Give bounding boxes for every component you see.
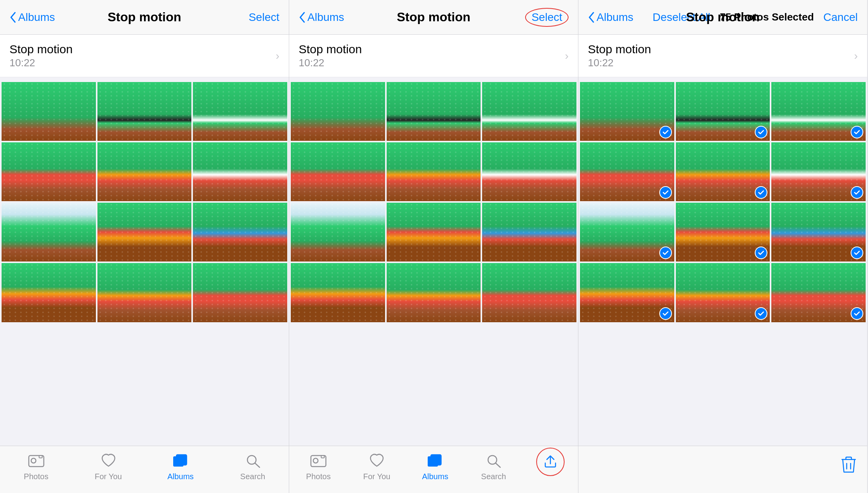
photo-cell[interactable] [580, 82, 674, 141]
album-row-panel3[interactable]: Stop motion 10:22 › [578, 35, 867, 77]
trash-button-panel3[interactable] [840, 452, 858, 475]
photo-cell[interactable] [771, 203, 866, 261]
photo-cell[interactable] [482, 263, 576, 322]
photo-grid-inner-panel1 [2, 82, 287, 322]
photo-cell[interactable] [2, 263, 96, 322]
photo-grid-panel3 [578, 80, 867, 446]
navbar-title-panel1: Stop motion [108, 10, 181, 24]
select-button-panel1[interactable]: Select [249, 11, 279, 24]
share-button-panel2[interactable] [536, 448, 565, 476]
album-info-panel3: Stop motion 10:22 [588, 43, 651, 69]
photo-cell[interactable] [2, 82, 96, 141]
album-chevron-panel1: › [276, 50, 279, 62]
photo-cell[interactable] [676, 203, 770, 261]
tab-search-panel2[interactable]: Search [478, 452, 509, 481]
photos-icon-panel2 [309, 452, 327, 470]
photo-cell[interactable] [771, 82, 866, 141]
navbar-panel1: Albums Stop motion Select [0, 0, 289, 35]
photo-cell[interactable] [193, 203, 287, 261]
search-icon-panel2 [485, 452, 503, 470]
album-count-panel2: 10:22 [299, 57, 362, 69]
photo-grid-inner-panel2 [291, 82, 576, 322]
tab-photos-panel1[interactable]: Photos [21, 452, 52, 481]
tab-label-search-panel1: Search [240, 472, 265, 481]
back-button-panel1[interactable]: Albums [9, 11, 55, 24]
svg-point-1 [31, 458, 36, 463]
photo-cell[interactable] [580, 203, 674, 261]
panel-2: Albums Stop motion Select Stop motion 10… [289, 0, 578, 493]
navbar-panel2: Albums Stop motion Select [289, 0, 578, 35]
album-name-panel3: Stop motion [588, 43, 651, 56]
photo-cell[interactable] [291, 263, 385, 322]
photo-cell[interactable] [97, 263, 192, 322]
check-badge [659, 307, 672, 320]
navbar-panel3: Albums Stop motion Deselect All 75 Photo… [578, 0, 867, 35]
back-button-panel3[interactable]: Albums [588, 11, 633, 24]
check-badge [659, 246, 672, 259]
svg-line-6 [255, 463, 260, 467]
share-icon-panel2 [543, 454, 558, 469]
photo-cell[interactable] [771, 263, 866, 322]
svg-rect-2 [39, 456, 42, 458]
photo-cell[interactable] [482, 82, 576, 141]
photo-cell[interactable] [387, 142, 481, 201]
photo-cell[interactable] [193, 142, 287, 201]
photo-cell[interactable] [580, 263, 674, 322]
tab-label-foryou-panel2: For You [363, 472, 391, 481]
photo-cell[interactable] [580, 142, 674, 201]
photo-cell[interactable] [387, 263, 481, 322]
album-row-panel2[interactable]: Stop motion 10:22 › [289, 35, 578, 77]
photo-cell[interactable] [482, 142, 576, 201]
photos-icon-panel1 [27, 452, 45, 470]
chevron-left-icon-panel2 [299, 12, 306, 23]
albums-icon-panel1 [172, 452, 190, 470]
tab-foryou-panel1[interactable]: For You [93, 452, 124, 481]
tab-albums-panel2[interactable]: Albums [419, 452, 451, 481]
album-row-panel1[interactable]: Stop motion 10:22 › [0, 35, 289, 77]
check-badge [851, 307, 863, 320]
photo-cell[interactable] [97, 82, 192, 141]
photo-cell[interactable] [2, 142, 96, 201]
photo-cell[interactable] [771, 142, 866, 201]
photo-cell[interactable] [291, 203, 385, 261]
svg-line-13 [496, 463, 500, 467]
cancel-button-panel3[interactable]: Cancel [823, 11, 858, 24]
tab-foryou-panel2[interactable]: For You [361, 452, 393, 481]
photo-cell[interactable] [387, 203, 481, 261]
photo-cell[interactable] [676, 142, 770, 201]
tab-photos-panel2[interactable]: Photos [303, 452, 334, 481]
photo-cell[interactable] [193, 82, 287, 141]
album-chevron-panel3: › [854, 50, 858, 62]
photo-cell[interactable] [482, 203, 576, 261]
photo-cell[interactable] [676, 82, 770, 141]
photo-cell[interactable] [97, 203, 192, 261]
album-name-panel2: Stop motion [299, 43, 362, 56]
album-count-panel1: 10:22 [9, 57, 73, 69]
tab-label-foryou-panel1: For You [95, 472, 122, 481]
photo-cell[interactable] [97, 142, 192, 201]
svg-rect-11 [431, 455, 441, 465]
photo-cell[interactable] [291, 82, 385, 141]
photo-cell[interactable] [676, 263, 770, 322]
tabbar-panel1: Photos For You Albums [0, 446, 289, 493]
trash-icon-panel3 [840, 455, 858, 475]
search-icon-panel1 [244, 452, 262, 470]
photo-cell[interactable] [291, 142, 385, 201]
tab-label-photos-panel1: Photos [24, 472, 48, 481]
photo-grid-panel2 [289, 80, 578, 446]
tabbar-panel2: Photos For You Albums [289, 446, 578, 493]
album-count-panel3: 10:22 [588, 57, 651, 69]
back-label-panel2: Albums [307, 11, 344, 24]
back-button-panel2[interactable]: Albums [299, 11, 344, 24]
photo-cell[interactable] [2, 203, 96, 261]
svg-point-8 [313, 458, 318, 463]
tab-search-panel1[interactable]: Search [237, 452, 269, 481]
check-badge [755, 307, 767, 320]
check-badge [659, 186, 672, 199]
photo-cell[interactable] [387, 82, 481, 141]
select-button-panel2[interactable]: Select [525, 8, 569, 27]
tab-albums-panel1[interactable]: Albums [165, 452, 196, 481]
photo-cell[interactable] [193, 263, 287, 322]
check-badge [659, 126, 672, 138]
photo-grid-inner-panel3 [580, 82, 866, 322]
